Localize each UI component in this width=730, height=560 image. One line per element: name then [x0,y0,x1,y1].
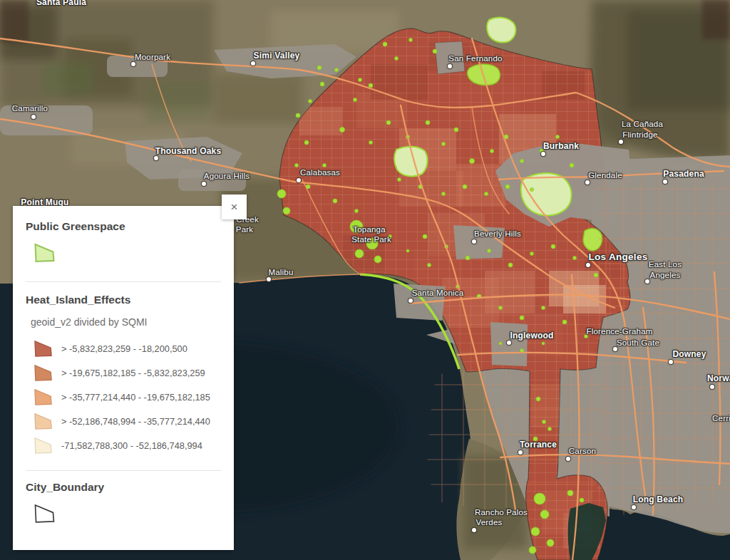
close-button[interactable]: × [222,195,247,219]
heat-class-label: > -5,832,823,259 - -18,200,500 [61,343,187,354]
close-icon: × [231,200,238,214]
legend-section-greenspace: Public Greenspace [13,206,234,282]
heat-class-list: > -5,832,823,259 - -18,200,500 > -19,675… [26,336,221,457]
heat-swatch-icon [34,364,53,382]
greenspace-swatch-icon [34,243,56,263]
heat-swatch-icon [34,413,53,430]
legend-panel: Public Greenspace Heat_Island_Effects ge… [13,206,234,550]
heat-class-row: > -52,186,748,994 - -35,777,214,440 [26,409,221,433]
heat-class-label: > -19,675,182,185 - -5,832,823,259 [61,368,205,378]
heat-class-row: -71,582,788,300 - -52,186,748,994 [26,433,221,457]
greenspace-title: Public Greenspace [26,220,221,233]
heat-swatch-icon [34,388,53,406]
heat-swatch-icon [34,340,53,358]
heat-layer-subtitle: geoid_v2 divided by SQMI [31,316,221,328]
legend-section-heat: Heat_Island_Effects geoid_v2 divided by … [13,282,234,471]
boundary-swatch-icon [34,504,56,524]
heat-layer-title: Heat_Island_Effects [26,294,221,306]
boundary-title: City_Boundary [26,481,221,494]
heat-class-label: > -35,777,214,440 - -19,675,182,185 [61,392,210,403]
heat-class-row: > -5,832,823,259 - -18,200,500 [26,336,221,361]
heat-class-label: > -52,186,748,994 - -35,777,214,440 [61,416,210,427]
heat-swatch-icon [34,437,53,455]
heat-class-label: -71,582,788,300 - -52,186,748,994 [61,440,202,451]
heat-class-row: > -19,675,182,185 - -5,832,823,259 [26,361,221,385]
map-app: Santa PaulaCamarilloMoorparkSimi ValleyT… [0,0,730,560]
legend-section-boundary: City_Boundary [13,471,234,524]
heat-class-row: > -35,777,214,440 - -19,675,182,185 [26,385,221,409]
